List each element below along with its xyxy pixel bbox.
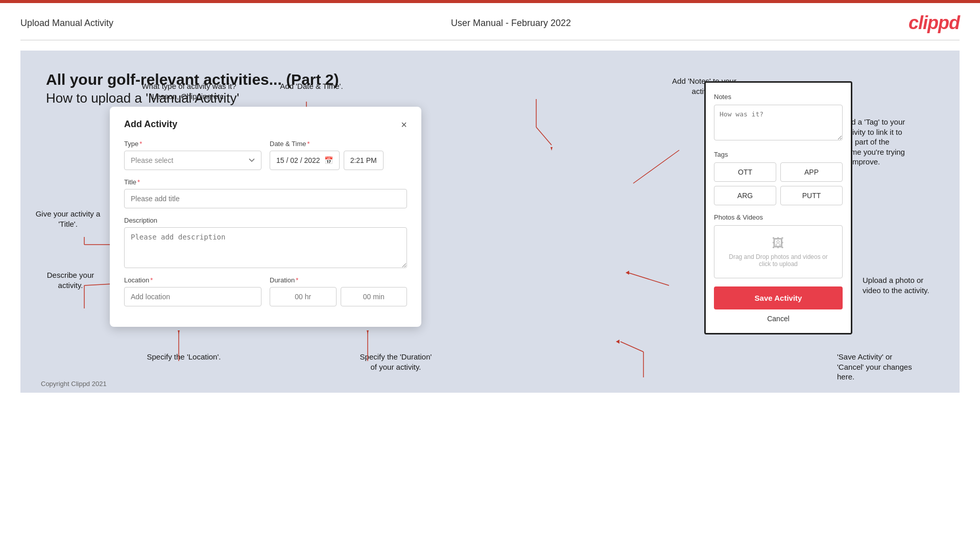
tag-ott[interactable]: OTT — [714, 162, 776, 182]
form-group-duration: Duration* — [270, 276, 407, 306]
description-textarea[interactable] — [124, 227, 407, 268]
form-row-location-duration: Location* Duration* — [124, 276, 407, 306]
annotation-title-label: Give your activity a'Title'. — [35, 209, 101, 229]
tag-putt[interactable]: PUTT — [780, 186, 843, 205]
annotation-location: Specify the 'Location'. — [143, 352, 225, 362]
svg-marker-24 — [178, 330, 180, 334]
photos-section-label: Photos & Videos — [714, 213, 843, 221]
upload-text: Drag and Drop photos and videos orclick … — [720, 253, 837, 268]
svg-line-17 — [628, 273, 669, 285]
form-group-title: Title* — [124, 178, 407, 208]
save-activity-button[interactable]: Save Activity — [714, 286, 843, 309]
tag-app[interactable]: APP — [780, 162, 843, 182]
duration-group — [270, 287, 407, 306]
datetime-group: 15 / 02 / 2022 📅 2:21 PM — [270, 151, 407, 170]
type-select[interactable]: Please select — [124, 151, 261, 170]
form-row-type-datetime: Type* Please select Date & Time* 15 / 02… — [124, 140, 407, 170]
form-group-description: Description — [124, 217, 407, 268]
page-title: Upload Manual Activity — [20, 18, 113, 29]
location-input[interactable] — [124, 287, 261, 306]
annotation-type: What type of activity was it?Lesson, Chi… — [138, 81, 240, 101]
notes-section-label: Notes — [714, 93, 843, 101]
svg-line-15 — [536, 127, 552, 145]
form-group-type: Type* Please select — [124, 140, 261, 170]
upload-icon: 🖼 — [720, 236, 837, 250]
annotation-datetime: Add 'Date & Time'. — [271, 81, 352, 91]
calendar-icon: 📅 — [324, 156, 333, 164]
tags-section-label: Tags — [714, 151, 843, 158]
time-input[interactable]: 2:21 PM — [344, 151, 384, 170]
manual-title: User Manual - February 2022 — [451, 18, 571, 29]
form-group-location: Location* — [124, 276, 261, 306]
mobile-panel: Notes Tags OTT APP ARG PUTT Photos & Vid… — [704, 81, 852, 334]
modal-header: Add Activity × — [124, 119, 407, 130]
annotation-tag: Add a 'Tag' to youractivity to link it t… — [842, 117, 954, 167]
logo: clippd — [909, 12, 960, 34]
date-input[interactable]: 15 / 02 / 2022 📅 — [270, 151, 340, 170]
tags-grid: OTT APP ARG PUTT — [714, 162, 843, 205]
title-input[interactable] — [124, 189, 407, 208]
svg-marker-25 — [367, 330, 369, 334]
svg-line-16 — [633, 150, 679, 183]
svg-marker-23 — [551, 147, 553, 151]
copyright: Copyright Clippd 2021 — [41, 380, 107, 388]
photos-upload-area[interactable]: 🖼 Drag and Drop photos and videos orclic… — [714, 225, 843, 278]
modal-close-button[interactable]: × — [401, 119, 407, 130]
photos-section: Photos & Videos 🖼 Drag and Drop photos a… — [714, 213, 843, 278]
duration-hr-input[interactable] — [270, 287, 337, 306]
tag-arg[interactable]: ARG — [714, 186, 776, 205]
duration-min-input[interactable] — [341, 287, 408, 306]
datetime-label: Date & Time* — [270, 140, 407, 148]
main-area: All your golf-relevant activities... (Pa… — [20, 51, 960, 393]
svg-marker-26 — [616, 340, 619, 344]
annotation-duration: Specify the 'Duration'of your activity. — [337, 352, 455, 372]
modal-add-activity: Add Activity × Type* Please select Date … — [110, 107, 421, 327]
modal-title: Add Activity — [124, 119, 177, 130]
svg-line-20 — [620, 342, 643, 352]
title-field-label: Title* — [124, 178, 407, 186]
header: Upload Manual Activity User Manual - Feb… — [0, 3, 980, 40]
form-group-datetime: Date & Time* 15 / 02 / 2022 📅 2:21 PM — [270, 140, 407, 170]
notes-textarea[interactable] — [714, 105, 843, 140]
svg-marker-18 — [626, 271, 629, 275]
header-divider — [20, 40, 960, 40]
annotation-upload: Upload a photo orvideo to the activity. — [863, 275, 954, 295]
duration-label: Duration* — [270, 276, 407, 284]
cancel-link[interactable]: Cancel — [714, 315, 843, 323]
location-label: Location* — [124, 276, 261, 284]
description-field-label: Description — [124, 217, 407, 224]
type-label: Type* — [124, 140, 261, 148]
annotation-save: 'Save Activity' or'Cancel' your changesh… — [837, 352, 954, 382]
annotation-description: Describe youractivity. — [35, 270, 106, 290]
